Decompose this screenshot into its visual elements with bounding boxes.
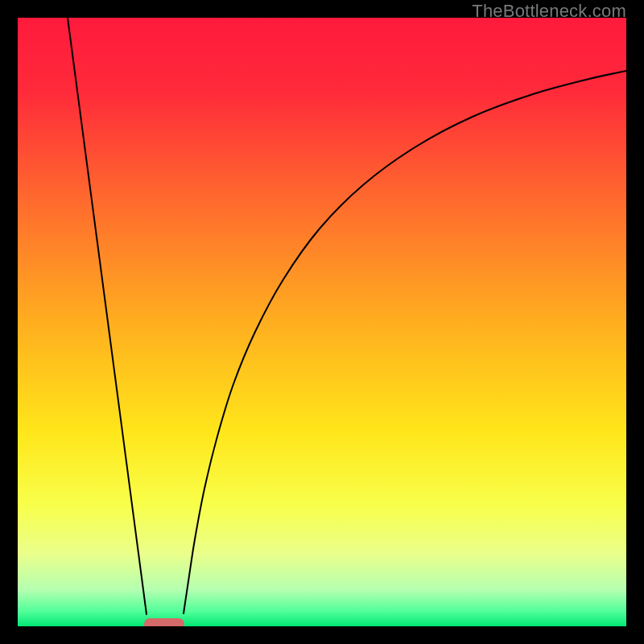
gradient-background xyxy=(18,18,626,626)
optimal-marker xyxy=(144,618,184,626)
bottleneck-chart xyxy=(18,18,626,626)
watermark: TheBottleneck.com xyxy=(472,1,626,22)
chart-frame xyxy=(18,18,626,626)
